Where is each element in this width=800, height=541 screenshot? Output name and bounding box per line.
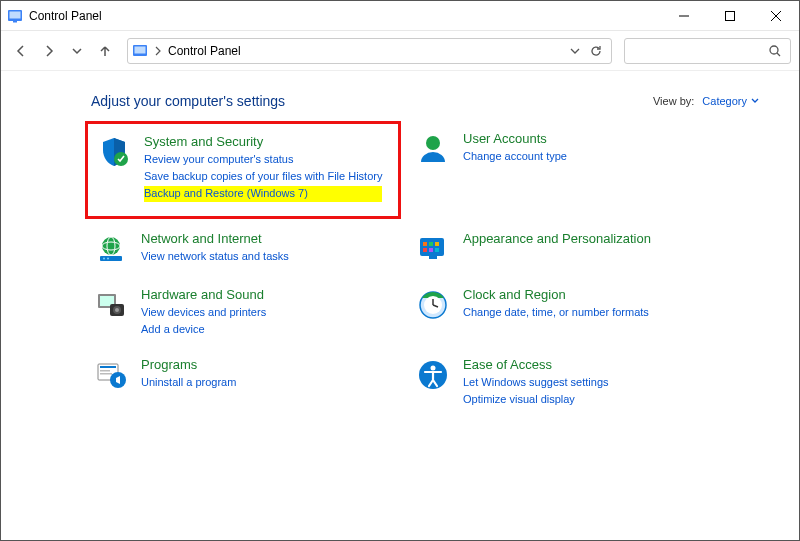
content-area: Adjust your computer's settings View by:…	[1, 71, 799, 426]
svg-rect-38	[100, 370, 110, 372]
navbar: Control Panel	[1, 31, 799, 71]
svg-rect-24	[429, 248, 433, 252]
svg-rect-25	[435, 248, 439, 252]
category-title[interactable]: Network and Internet	[141, 231, 289, 248]
svg-rect-4	[726, 11, 735, 20]
category-title[interactable]: System and Security	[144, 134, 382, 151]
address-dropdown-icon[interactable]	[569, 45, 581, 57]
recent-dropdown[interactable]	[65, 39, 89, 63]
category-link[interactable]: Uninstall a program	[141, 375, 236, 391]
programs-icon	[93, 357, 129, 393]
category-item: System and Security Review your computer…	[94, 130, 392, 210]
ease-icon	[415, 357, 451, 393]
category-item: Network and Internet View network status…	[91, 227, 401, 275]
category-title[interactable]: Ease of Access	[463, 357, 609, 374]
svg-point-12	[426, 136, 440, 150]
category-link[interactable]: View network status and tasks	[141, 249, 289, 265]
category-item: Appearance and Personalization	[413, 227, 713, 275]
chevron-right-icon	[154, 46, 162, 56]
highlight-annotation: System and Security Review your computer…	[85, 121, 401, 219]
category-title[interactable]: Appearance and Personalization	[463, 231, 651, 248]
control-panel-icon	[132, 43, 148, 59]
category-item: Ease of Access Let Windows suggest setti…	[413, 353, 713, 416]
category-link[interactable]: Optimize visual display	[463, 392, 609, 408]
category-link[interactable]: Change date, time, or number formats	[463, 305, 649, 321]
svg-rect-21	[429, 242, 433, 246]
category-link[interactable]: Review your computer's status	[144, 152, 382, 168]
svg-point-42	[431, 366, 436, 371]
category-link[interactable]: Let Windows suggest settings	[463, 375, 609, 391]
close-button[interactable]	[753, 1, 799, 31]
page-heading: Adjust your computer's settings	[91, 93, 285, 109]
svg-point-9	[770, 46, 778, 54]
view-by: View by: Category	[653, 95, 759, 107]
address-bar[interactable]: Control Panel	[127, 38, 612, 64]
category-link[interactable]: Save backup copies of your files with Fi…	[144, 169, 382, 185]
category-link[interactable]: Change account type	[463, 149, 567, 165]
titlebar: Control Panel	[1, 1, 799, 31]
category-title[interactable]: Hardware and Sound	[141, 287, 266, 304]
category-title[interactable]: Programs	[141, 357, 236, 374]
forward-button[interactable]	[37, 39, 61, 63]
address-path: Control Panel	[168, 44, 241, 58]
svg-point-31	[115, 308, 119, 312]
back-button[interactable]	[9, 39, 33, 63]
svg-point-13	[102, 237, 120, 255]
svg-rect-1	[10, 11, 21, 18]
window-controls	[661, 1, 799, 31]
svg-line-10	[777, 53, 780, 56]
window-title: Control Panel	[29, 9, 102, 23]
view-by-label: View by:	[653, 95, 694, 107]
svg-rect-23	[423, 248, 427, 252]
svg-rect-26	[429, 256, 437, 259]
svg-rect-20	[423, 242, 427, 246]
category-grid: System and Security Review your computer…	[91, 127, 769, 416]
minimize-button[interactable]	[661, 1, 707, 31]
category-item: Programs Uninstall a program	[91, 353, 401, 401]
control-panel-icon	[7, 8, 23, 24]
svg-rect-22	[435, 242, 439, 246]
category-link[interactable]: Backup and Restore (Windows 7)	[144, 186, 382, 202]
maximize-button[interactable]	[707, 1, 753, 31]
svg-rect-2	[13, 21, 17, 23]
svg-rect-19	[420, 238, 444, 256]
appearance-icon	[415, 231, 451, 267]
svg-point-18	[107, 257, 109, 259]
view-by-value: Category	[702, 95, 747, 107]
shield-icon	[96, 134, 132, 170]
svg-rect-8	[135, 46, 146, 53]
svg-rect-39	[100, 373, 112, 375]
search-input[interactable]	[624, 38, 791, 64]
clock-icon	[415, 287, 451, 323]
category-item: Hardware and Sound View devices and prin…	[91, 283, 401, 346]
svg-point-17	[103, 257, 105, 259]
category-title[interactable]: User Accounts	[463, 131, 567, 148]
category-item: User Accounts Change account type	[413, 127, 713, 175]
view-by-dropdown[interactable]: Category	[702, 95, 759, 107]
category-link[interactable]: View devices and printers	[141, 305, 266, 321]
hardware-icon	[93, 287, 129, 323]
category-title[interactable]: Clock and Region	[463, 287, 649, 304]
up-button[interactable]	[93, 39, 117, 63]
refresh-button[interactable]	[589, 44, 603, 58]
category-item: Clock and Region Change date, time, or n…	[413, 283, 713, 331]
user-icon	[415, 131, 451, 167]
category-link[interactable]: Add a device	[141, 322, 266, 338]
search-icon	[768, 44, 782, 58]
network-icon	[93, 231, 129, 267]
svg-rect-37	[100, 366, 116, 368]
